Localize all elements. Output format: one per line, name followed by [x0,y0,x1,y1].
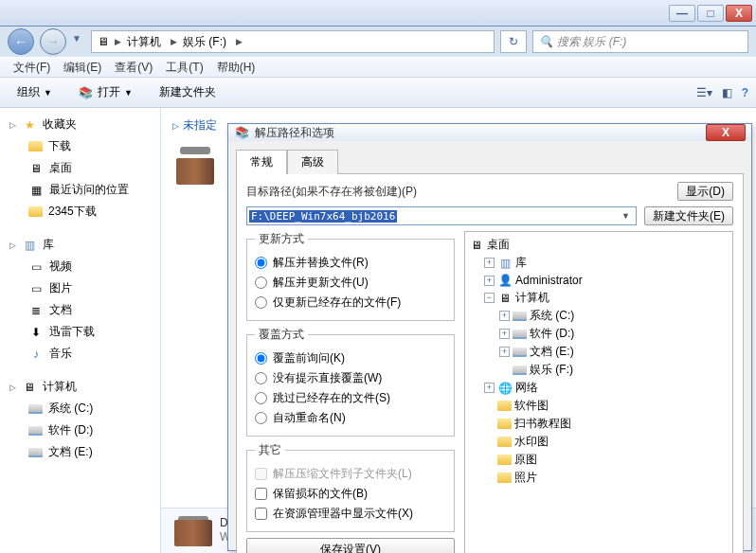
tree-network[interactable]: +🌐网络 [469,379,729,397]
menu-file[interactable]: 文件(F) [13,60,50,76]
close-button[interactable]: X [726,5,752,22]
sidebar-item-music[interactable]: ♪音乐 [4,343,156,365]
expand-icon[interactable]: + [499,311,510,321]
opt-extract-update[interactable]: 解压并更新文件(U) [255,273,446,293]
forward-button[interactable]: → [40,28,66,55]
sidebar-item-drive-c[interactable]: 系统 (C:) [4,398,156,419]
opt-overwrite[interactable]: 没有提示直接覆盖(W) [255,368,446,388]
opt-rename[interactable]: 自动重命名(N) [255,408,446,428]
drive-icon [28,448,43,457]
breadcrumb-computer[interactable]: 计算机 [125,34,167,50]
sidebar-item-desktop[interactable]: 🖥桌面 [4,157,156,179]
preview-pane-icon[interactable]: ◧ [722,86,732,99]
opt-extract-replace[interactable]: 解压并替换文件(R) [255,253,446,273]
tree-desktop[interactable]: 🖥桌面 [469,236,729,254]
sidebar-item-drive-d[interactable]: 软件 (D:) [4,419,156,441]
folder-icon [28,141,43,152]
tree-drive-e[interactable]: +文档 (E:) [469,343,729,361]
refresh-button[interactable]: ↻ [500,30,527,53]
expand-icon[interactable]: + [484,258,495,268]
tree-admin[interactable]: +👤Administrator [469,272,729,289]
winrar-icon: 📚 [234,125,249,140]
expand-icon[interactable]: + [499,347,510,357]
menu-view[interactable]: 查看(V) [115,60,153,76]
chk-subfolder[interactable]: 解压压缩文件到子文件夹(L) [255,464,446,484]
search-icon: 🔍 [539,35,553,48]
opt-ask[interactable]: 覆盖前询问(K) [255,348,446,368]
dialog-close-button[interactable]: X [706,124,746,141]
expand-icon[interactable]: + [484,276,495,286]
expand-icon[interactable]: + [484,383,495,393]
display-button[interactable]: 显示(D) [677,182,733,201]
open-button[interactable]: 📚打开▼ [69,81,142,103]
tab-advanced[interactable]: 高级 [287,150,338,174]
chk-keep-broken[interactable]: 保留损坏的文件(B) [255,484,446,504]
sidebar-item-drive-e[interactable]: 文档 (E:) [4,441,156,463]
maximize-button[interactable]: □ [697,5,724,22]
minimize-button[interactable]: — [669,5,695,22]
menu-tools[interactable]: 工具(T) [166,60,203,76]
favorites-header[interactable]: ▷★收藏夹 [4,114,156,135]
document-icon: ≣ [28,303,44,318]
newfolder-button[interactable]: 新建文件夹 [150,81,225,103]
save-settings-button[interactable]: 保存设置(V) [246,538,455,553]
desktop-icon: 🖥 [469,238,484,253]
tree-folder-original[interactable]: 原图 [469,451,729,469]
pictures-icon: ▭ [28,281,44,296]
opt-freshen-only[interactable]: 仅更新已经存在的文件(F) [255,293,446,312]
video-icon: ▭ [28,259,44,275]
tree-folder-scan[interactable]: 扫书教程图 [469,415,729,433]
tree-folder-photos[interactable]: 照片 [469,469,729,487]
dialog-title: 解压路径和选项 [255,125,700,141]
opt-skip[interactable]: 跳过已经存在的文件(S) [255,388,446,408]
sidebar-item-recent[interactable]: ▦最近访问的位置 [4,179,156,201]
sidebar-item-xunlei[interactable]: ⬇迅雷下载 [4,321,156,343]
folder-icon [497,401,512,411]
tree-computer[interactable]: −🖥计算机 [469,289,729,307]
nav-history-dropdown[interactable]: ▼ [72,33,85,50]
path-label: 目标路径(如果不存在将被创建)(P) [246,184,670,200]
computer-header[interactable]: ▷🖥计算机 [4,376,156,398]
libraries-header[interactable]: ▷▥库 [4,234,156,256]
sidebar-item-documents[interactable]: ≣文档 [4,299,156,321]
folder-icon [28,206,43,217]
folder-icon [497,473,512,483]
sidebar-item-video[interactable]: ▭视频 [4,256,156,277]
back-button[interactable]: ← [8,28,34,55]
newfolder-button[interactable]: 新建文件夹(E) [644,206,733,225]
path-dropdown-icon[interactable]: ▼ [618,211,634,221]
tree-folder-watermark[interactable]: 水印图 [469,433,729,451]
rar-file-icon [172,143,218,188]
drive-icon [28,404,43,414]
collapse-icon[interactable]: − [484,293,495,303]
destination-path-input[interactable]: F:\DEEP_Win7x64_bjb2016 ▼ [246,206,637,225]
folder-icon [497,419,512,429]
sidebar-item-pictures[interactable]: ▭图片 [4,277,156,299]
tree-folder-software[interactable]: 软件图 [469,397,729,415]
address-bar[interactable]: 🖥 ▶ 计算机 ▶ 娱乐 (F:) ▶ [91,30,495,53]
tree-drive-c[interactable]: +系统 (C:) [469,307,729,325]
desktop-icon: 🖥 [28,161,44,176]
chk-show-explorer[interactable]: 在资源管理器中显示文件(X) [255,504,446,524]
folder-tree[interactable]: 🖥桌面 +▥库 +👤Administrator −🖥计算机 +系统 (C:) +… [464,231,733,553]
expand-icon[interactable]: + [499,329,510,339]
other-group: 其它 解压压缩文件到子文件夹(L) 保留损坏的文件(B) 在资源管理器中显示文件… [246,442,455,532]
view-options-icon[interactable]: ☰▾ [696,86,712,99]
tree-drive-d[interactable]: +软件 (D:) [469,325,729,343]
music-icon: ♪ [28,347,44,362]
tree-drive-f[interactable]: 娱乐 (F:) [469,361,729,379]
library-icon: ▥ [22,238,37,253]
sidebar-item-2345[interactable]: 2345下载 [4,201,156,223]
download-icon: ⬇ [28,325,44,340]
tab-general[interactable]: 常规 [236,150,287,174]
search-input[interactable]: 🔍 搜索 娱乐 (F:) [532,30,748,53]
sidebar-item-downloads[interactable]: 下载 [4,135,156,157]
breadcrumb-drive[interactable]: 娱乐 (F:) [181,34,232,50]
recent-icon: ▦ [28,183,44,198]
help-icon[interactable]: ? [742,86,748,99]
drive-icon [513,348,527,357]
menu-edit[interactable]: 编辑(E) [63,60,101,76]
menu-help[interactable]: 帮助(H) [217,60,256,76]
organize-button[interactable]: 组织▼ [8,81,62,103]
tree-libraries[interactable]: +▥库 [469,254,729,272]
